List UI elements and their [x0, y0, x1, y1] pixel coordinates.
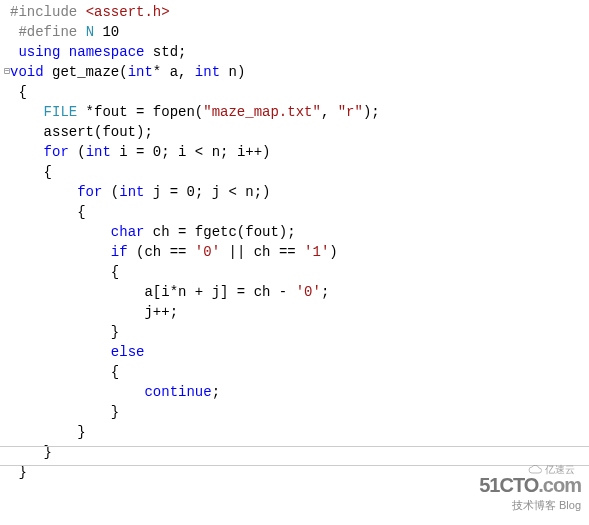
code-line[interactable]: assert(fout);	[4, 122, 589, 142]
code-line[interactable]: }	[4, 442, 589, 462]
code-line[interactable]: using namespace std;	[4, 42, 589, 62]
gutter	[4, 82, 10, 102]
watermark-51cto: 51CTO.com	[479, 474, 581, 497]
code-line[interactable]: {	[4, 82, 589, 102]
code-line[interactable]: FILE *fout = fopen("maze_map.txt", "r");	[4, 102, 589, 122]
code-line[interactable]: for (int i = 0; i < n; i++)	[4, 142, 589, 162]
code-line[interactable]: }	[4, 322, 589, 342]
code-line[interactable]: {	[4, 202, 589, 222]
code-line[interactable]: ⊟void get_maze(int* a, int n)	[4, 62, 589, 82]
gutter	[4, 42, 10, 62]
code-line[interactable]: if (ch == '0' || ch == '1')	[4, 242, 589, 262]
watermark-blog: 技术博客 Blog	[512, 498, 581, 513]
code-line[interactable]: {	[4, 362, 589, 382]
code-line[interactable]: a[i*n + j] = ch - '0';	[4, 282, 589, 302]
code-line[interactable]: j++;	[4, 302, 589, 322]
code-line[interactable]: continue;	[4, 382, 589, 402]
code-line[interactable]: {	[4, 262, 589, 282]
code-line[interactable]: #include <assert.h>	[4, 2, 589, 22]
gutter	[4, 22, 10, 42]
code-line[interactable]: {	[4, 162, 589, 182]
code-line[interactable]: }	[4, 402, 589, 422]
gutter	[4, 462, 10, 482]
code-editor[interactable]: #include <assert.h> #define N 10 using n…	[0, 0, 589, 484]
code-line[interactable]: }	[4, 422, 589, 442]
code-line[interactable]: for (int j = 0; j < n;)	[4, 182, 589, 202]
code-line[interactable]: #define N 10	[4, 22, 589, 42]
code-line[interactable]: char ch = fgetc(fout);	[4, 222, 589, 242]
code-line[interactable]: else	[4, 342, 589, 362]
